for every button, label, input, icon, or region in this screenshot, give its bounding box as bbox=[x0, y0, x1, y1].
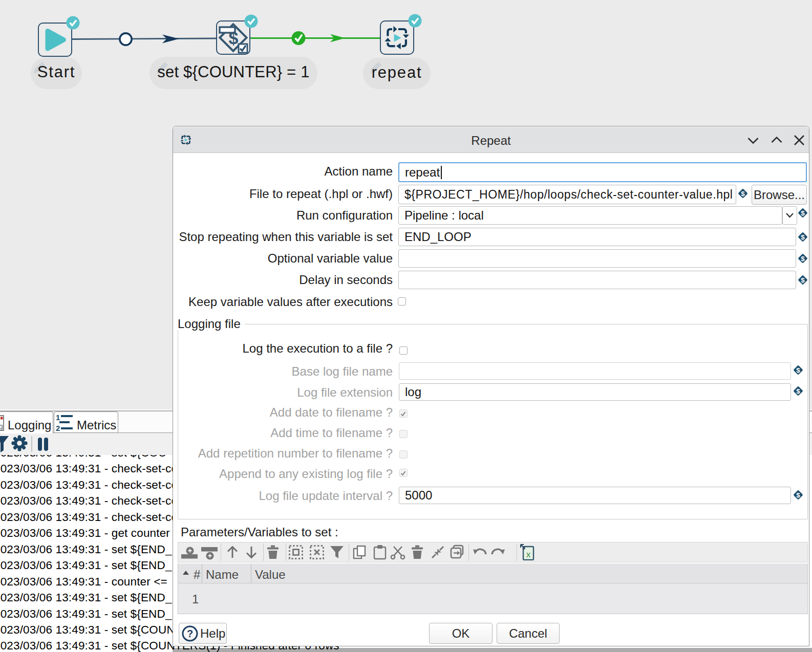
svg-text:$: $ bbox=[741, 190, 745, 198]
svg-text:$: $ bbox=[796, 387, 800, 395]
svg-text:$: $ bbox=[801, 233, 805, 241]
svg-text:2: 2 bbox=[56, 424, 60, 431]
svg-text:g: g bbox=[0, 422, 3, 430]
svg-text:1: 1 bbox=[56, 413, 60, 422]
svg-text:$: $ bbox=[796, 366, 800, 374]
svg-text:$: $ bbox=[796, 491, 800, 499]
svg-text:x: x bbox=[526, 550, 531, 559]
svg-text:$: $ bbox=[801, 255, 805, 263]
svg-text:$: $ bbox=[229, 28, 239, 48]
svg-text:?: ? bbox=[187, 628, 193, 639]
svg-text:$: $ bbox=[801, 276, 805, 284]
svg-text:$: $ bbox=[801, 209, 805, 217]
